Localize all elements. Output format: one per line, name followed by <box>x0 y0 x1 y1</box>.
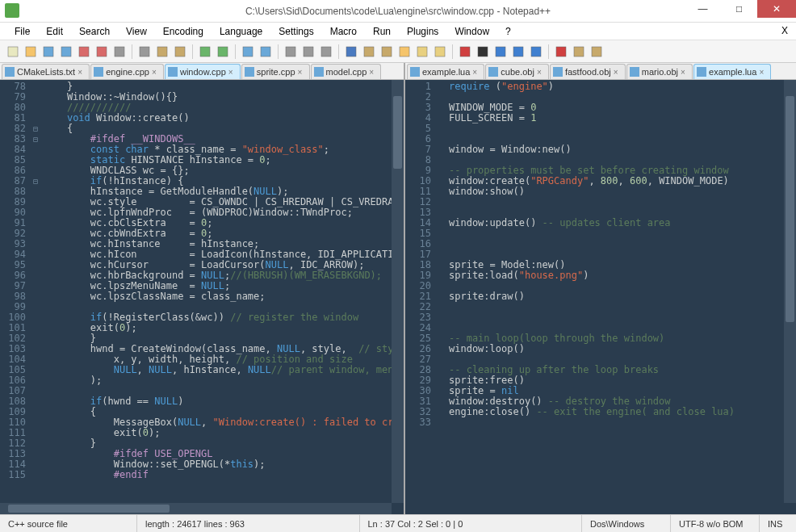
zoomin-icon[interactable] <box>283 44 299 60</box>
fold-marker[interactable] <box>436 354 446 365</box>
code-line[interactable]: require ("engine") <box>449 82 796 92</box>
cut-icon[interactable] <box>136 44 153 60</box>
tab-fastfood-obj[interactable]: fastfood.obj× <box>550 64 626 79</box>
stop-icon[interactable] <box>475 44 491 60</box>
panel1-icon[interactable] <box>571 44 587 60</box>
right-fold-column[interactable] <box>436 80 446 514</box>
code-line[interactable] <box>449 228 796 239</box>
fold-marker[interactable] <box>436 239 446 249</box>
fold-marker[interactable] <box>436 113 446 124</box>
tab-close-icon[interactable]: × <box>228 68 237 76</box>
fold-marker[interactable] <box>31 82 40 92</box>
wrap-icon[interactable] <box>343 44 359 60</box>
tab-example-lua[interactable]: example.lua× <box>407 64 484 79</box>
fold-marker[interactable] <box>31 438 40 449</box>
fold-marker[interactable] <box>31 470 40 480</box>
fold-marker[interactable] <box>436 176 446 186</box>
code-line[interactable]: ); <box>44 375 404 386</box>
fold-marker[interactable] <box>31 333 40 344</box>
menu-window[interactable]: Window <box>446 23 497 40</box>
new-icon[interactable] <box>5 44 21 60</box>
fold-marker[interactable] <box>31 228 40 239</box>
tab-close-icon[interactable]: × <box>614 68 622 76</box>
fold-marker[interactable] <box>31 386 40 396</box>
paste-icon[interactable] <box>172 44 188 60</box>
fold-marker[interactable] <box>31 113 40 124</box>
fold-marker[interactable] <box>31 207 40 218</box>
fold-marker[interactable] <box>436 396 446 407</box>
code-line[interactable] <box>449 417 796 428</box>
fold-marker[interactable] <box>31 197 40 207</box>
fold-marker[interactable] <box>436 103 446 113</box>
fit-icon[interactable] <box>318 44 334 60</box>
menu-settings[interactable]: Settings <box>270 23 321 40</box>
code-line[interactable]: engine:close() -- exit the engine( and c… <box>449 407 796 417</box>
fold-marker[interactable] <box>436 417 446 428</box>
fold-marker[interactable] <box>436 291 446 302</box>
doc2-icon[interactable] <box>432 44 448 60</box>
fold-marker[interactable] <box>436 155 446 165</box>
tab-mario-obj[interactable]: mario.obj× <box>626 64 693 79</box>
fold-marker[interactable] <box>436 270 446 281</box>
menu-view[interactable]: View <box>118 23 155 40</box>
tab-engine-cpp[interactable]: engine.cpp× <box>90 64 164 79</box>
tabbar-close-icon[interactable]: X <box>781 25 788 36</box>
menu-run[interactable]: Run <box>365 23 399 40</box>
menu-language[interactable]: Language <box>212 23 270 40</box>
right-code[interactable]: require ("engine")WINDOW_MODE = 0FULL_SC… <box>446 80 796 514</box>
fold-marker[interactable] <box>31 428 40 438</box>
fold-marker[interactable] <box>31 323 40 333</box>
fold-marker[interactable] <box>436 134 446 145</box>
code-line[interactable] <box>449 197 796 207</box>
tab-cube-obj[interactable]: cube.obj× <box>485 64 549 79</box>
fold-marker[interactable] <box>436 312 446 323</box>
fold-marker[interactable] <box>436 386 446 396</box>
fold-marker[interactable] <box>31 186 40 197</box>
playfast-icon[interactable] <box>528 44 544 60</box>
fold-marker[interactable] <box>31 155 40 165</box>
left-hscrollbar[interactable] <box>0 503 392 514</box>
code-line[interactable] <box>449 302 796 312</box>
code-line[interactable] <box>449 124 796 134</box>
fold-marker[interactable] <box>436 260 446 270</box>
fold-marker[interactable] <box>436 333 446 344</box>
rec-icon[interactable] <box>457 44 473 60</box>
fold-marker[interactable] <box>436 344 446 354</box>
left-fold-column[interactable]: ⊟⊟⊟ <box>31 80 40 514</box>
fold-marker[interactable] <box>436 165 446 176</box>
open-icon[interactable] <box>23 44 39 60</box>
tab-close-icon[interactable]: × <box>472 68 480 76</box>
fold-marker[interactable] <box>436 218 446 228</box>
fold-marker[interactable] <box>31 407 40 417</box>
fold-marker[interactable]: ⊟ <box>31 124 40 134</box>
fold-marker[interactable] <box>31 375 40 386</box>
fold-marker[interactable] <box>31 291 40 302</box>
code-line[interactable]: window:show() <box>449 186 796 197</box>
fold-marker[interactable] <box>436 407 446 417</box>
fold-marker[interactable] <box>31 459 40 470</box>
vscroll-thumb[interactable] <box>786 96 794 322</box>
code-line[interactable]: void Window::create() <box>44 113 404 124</box>
code-line[interactable]: window:loop() <box>449 344 796 354</box>
fold-marker[interactable] <box>436 365 446 375</box>
code-line[interactable]: window:update() -- updates client area <box>449 218 796 228</box>
menu-?[interactable]: ? <box>497 23 519 40</box>
right-vscrollbar[interactable] <box>784 80 796 503</box>
menu-edit[interactable]: Edit <box>38 23 71 40</box>
code-line[interactable]: exit(0); <box>44 428 404 438</box>
save-icon[interactable] <box>40 44 57 60</box>
code-line[interactable]: sprite:draw() <box>449 291 796 302</box>
print-icon[interactable] <box>111 44 128 60</box>
code-line[interactable]: wc.lpszClassName = class_name; <box>44 291 404 302</box>
fold-marker[interactable] <box>436 145 446 155</box>
tab-close-icon[interactable]: × <box>759 68 767 76</box>
fold-marker[interactable] <box>31 165 40 176</box>
code-line[interactable]: FULL_SCREEN = 1 <box>449 113 796 124</box>
fold-marker[interactable] <box>436 207 446 218</box>
menu-macro[interactable]: Macro <box>322 23 365 40</box>
fold-marker[interactable]: ⊟ <box>31 134 40 145</box>
left-code[interactable]: } Window::~Window(){} /////////// void W… <box>40 80 404 514</box>
spell-icon[interactable] <box>553 44 569 60</box>
undo-icon[interactable] <box>197 44 213 60</box>
indent-icon[interactable] <box>379 44 395 60</box>
